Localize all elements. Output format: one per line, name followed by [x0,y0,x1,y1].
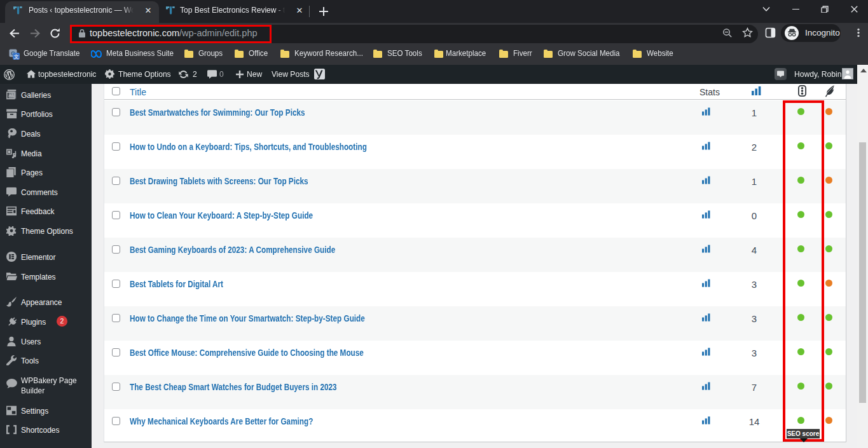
svg-text:文: 文 [13,53,19,60]
